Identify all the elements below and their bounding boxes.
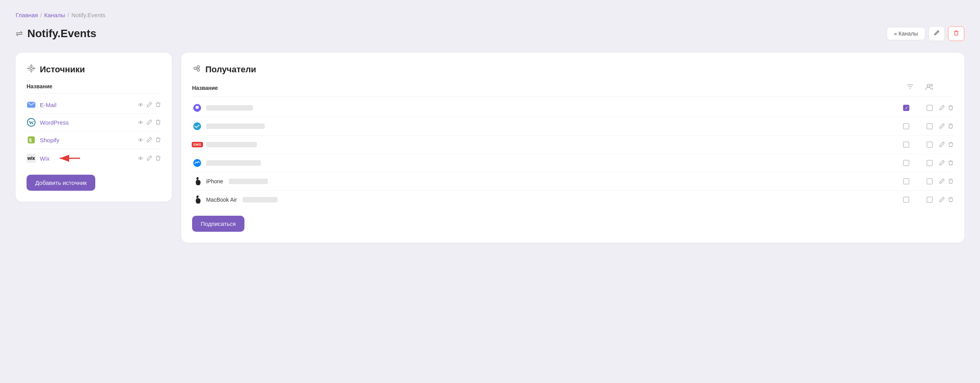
edit-icon-viber[interactable]: [939, 105, 945, 111]
svg-point-19: [194, 67, 196, 70]
messenger-filter-check[interactable]: [903, 160, 909, 166]
sms-people-checkbox[interactable]: [924, 141, 935, 148]
recipient-left-iphone: iPhone: [192, 176, 900, 186]
recipients-col-icons: [907, 83, 934, 92]
edit-icon-wix[interactable]: [147, 155, 152, 162]
svg-rect-35: [948, 161, 953, 161]
edit-icon-telegram[interactable]: [939, 123, 945, 130]
iphone-people-checkbox[interactable]: [924, 178, 935, 184]
view-icon-wordpress[interactable]: 👁: [138, 119, 144, 126]
recipient-cols-telegram: [900, 123, 935, 129]
breadcrumb: Главная / Каналы / Notify.Events: [16, 12, 964, 18]
source-actions-email: 👁: [138, 102, 161, 108]
telegram-blurred-name: [206, 123, 265, 129]
add-source-button[interactable]: Добавить источник: [27, 175, 95, 191]
edit-icon-sms[interactable]: [939, 141, 945, 148]
recipients-header-row: Название: [192, 83, 953, 97]
delete-button[interactable]: [948, 26, 964, 41]
header-actions: « Каналы: [887, 26, 964, 41]
sms-icon: SMS: [192, 140, 202, 150]
recipient-row-iphone: iPhone: [192, 172, 953, 191]
svg-rect-18: [157, 156, 159, 156]
telegram-people-checkbox[interactable]: [924, 123, 935, 129]
source-name-shopify[interactable]: Shopify: [40, 137, 59, 143]
recipient-row-sms: SMS: [192, 136, 953, 154]
viber-filter-check[interactable]: ✓: [903, 105, 909, 111]
delete-icon-viber[interactable]: [948, 105, 953, 111]
messenger-icon: [192, 158, 202, 168]
recipient-left-viber: [192, 103, 900, 113]
source-left-shopify: $ Shopify: [27, 135, 59, 145]
svg-point-21: [197, 69, 200, 71]
delete-icon-shopify[interactable]: [155, 137, 161, 143]
telegram-filter-check[interactable]: [903, 123, 909, 129]
macbook-people-checkbox[interactable]: [924, 197, 935, 203]
edit-icon-messenger[interactable]: [939, 160, 945, 166]
svg-rect-39: [948, 198, 953, 198]
view-icon-shopify[interactable]: 👁: [138, 137, 144, 143]
delete-icon-wix[interactable]: [155, 155, 161, 162]
edit-icon-shopify[interactable]: [147, 137, 152, 143]
iphone-filter-check[interactable]: [903, 178, 909, 184]
macbook-filter-checkbox[interactable]: [900, 197, 912, 203]
recipient-name-sms: [206, 142, 257, 147]
iphone-name: iPhone: [206, 178, 223, 184]
subscribe-button[interactable]: Подписаться: [192, 216, 244, 232]
macbook-people-check[interactable]: [927, 197, 933, 203]
source-name-email[interactable]: E-Mail: [40, 102, 57, 108]
macbook-row-actions: [939, 197, 953, 203]
messenger-blurred-name: [206, 160, 261, 166]
svg-rect-5: [156, 103, 160, 103]
delete-icon-email[interactable]: [155, 102, 161, 108]
svg-rect-13: [156, 138, 160, 138]
page-header: ⇌ Notify.Events « Каналы: [16, 26, 964, 41]
source-left-wordpress: W WordPress: [27, 118, 69, 127]
telegram-people-check[interactable]: [927, 123, 933, 129]
source-actions-shopify: 👁: [138, 137, 161, 143]
viber-people-check[interactable]: [927, 105, 933, 111]
macbook-filter-check[interactable]: [903, 197, 909, 203]
view-icon-wix[interactable]: 👁: [138, 155, 144, 162]
viber-row-actions: [939, 105, 953, 111]
edit-icon-wordpress[interactable]: [147, 119, 152, 126]
people-icon[interactable]: [925, 83, 934, 92]
messenger-people-check[interactable]: [927, 160, 933, 166]
viber-people-checkbox[interactable]: [924, 105, 935, 111]
edit-button[interactable]: [928, 26, 945, 41]
iphone-people-check[interactable]: [927, 178, 933, 184]
svg-point-25: [931, 84, 933, 86]
messenger-people-checkbox[interactable]: [924, 160, 935, 166]
sms-filter-checkbox[interactable]: [900, 141, 912, 148]
recipient-name-telegram: [206, 123, 265, 129]
svg-point-20: [197, 66, 200, 68]
source-name-wordpress[interactable]: WordPress: [40, 119, 69, 126]
messenger-row-actions: [939, 160, 953, 166]
viber-filter-checkbox[interactable]: ✓: [900, 105, 912, 111]
breadcrumb-home[interactable]: Главная: [16, 12, 38, 18]
delete-icon-macbook[interactable]: [948, 197, 953, 203]
recipient-name-viber: [206, 105, 253, 111]
recipients-col-name: Название: [192, 85, 907, 91]
breadcrumb-channels[interactable]: Каналы: [44, 12, 65, 18]
apple-icon-iphone: [192, 176, 202, 186]
view-icon-email[interactable]: 👁: [138, 102, 144, 108]
delete-icon-iphone[interactable]: [948, 178, 953, 185]
sms-filter-check[interactable]: [903, 141, 909, 148]
filter-icon[interactable]: [907, 83, 914, 92]
edit-icon-macbook[interactable]: [939, 197, 945, 203]
delete-icon-sms[interactable]: [948, 141, 953, 148]
delete-icon-messenger[interactable]: [948, 160, 953, 166]
delete-icon-wordpress[interactable]: [155, 119, 161, 126]
edit-icon-email[interactable]: [147, 102, 152, 108]
delete-icon-telegram[interactable]: [948, 123, 953, 130]
recipients-icon: [192, 64, 201, 75]
source-name-wix[interactable]: Wix: [40, 155, 50, 162]
edit-icon-iphone[interactable]: [939, 178, 945, 185]
source-row-wordpress: W WordPress 👁: [27, 114, 161, 131]
telegram-filter-checkbox[interactable]: [900, 123, 912, 129]
recipient-row-telegram: [192, 117, 953, 136]
messenger-filter-checkbox[interactable]: [900, 160, 912, 166]
iphone-filter-checkbox[interactable]: [900, 178, 912, 184]
sms-people-check[interactable]: [927, 141, 933, 148]
channels-button[interactable]: « Каналы: [887, 27, 925, 40]
